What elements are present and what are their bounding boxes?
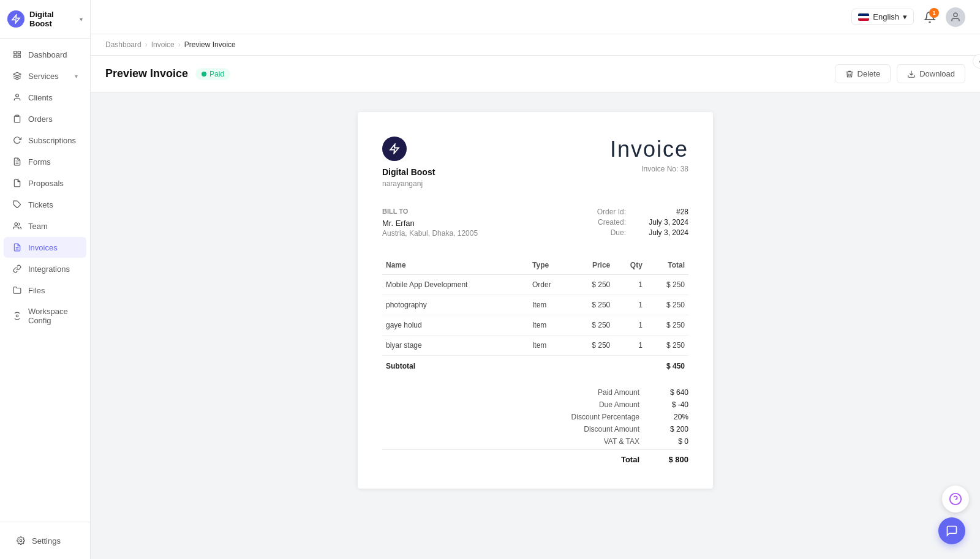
- svg-point-16: [954, 13, 957, 17]
- invoice-order-info: Order Id: #28 Created: July 3, 2024 Due:…: [597, 208, 688, 239]
- sidebar-label-settings: Settings: [32, 536, 61, 546]
- subtotal-label: Subtotal: [382, 356, 529, 377]
- users-icon: [12, 221, 22, 231]
- file-icon: [12, 178, 22, 188]
- svg-point-6: [16, 94, 19, 97]
- col-total: Total: [646, 256, 688, 275]
- row-type: Order: [529, 275, 571, 295]
- breadcrumb-invoice[interactable]: Invoice: [151, 40, 175, 49]
- discount-pct-label: Discount Percentage: [554, 413, 639, 421]
- sidebar-label-clients: Clients: [28, 93, 53, 102]
- language-selector[interactable]: English ▾: [851, 9, 914, 25]
- subtotal-row: Subtotal $ 450: [382, 356, 688, 377]
- vat-value: $ 0: [652, 437, 688, 446]
- sidebar-nav: Dashboard Services ▾ Clients: [0, 39, 90, 522]
- sidebar-item-integrations[interactable]: Integrations: [4, 258, 86, 279]
- svg-rect-7: [16, 115, 19, 116]
- col-name: Name: [382, 256, 529, 275]
- trash-icon: [845, 70, 854, 78]
- sidebar-label-proposals: Proposals: [28, 179, 64, 188]
- sidebar-item-clients[interactable]: Clients: [4, 87, 86, 108]
- sidebar-footer: Settings: [0, 522, 90, 559]
- order-id-label: Order Id:: [597, 208, 626, 216]
- invoice-title-area: Invoice Invoice No: 38: [610, 137, 688, 173]
- row-qty: 1: [614, 315, 646, 336]
- invoice-meta: Bill To Mr. Erfan Austria, Kabul, Dhaka,…: [382, 208, 688, 239]
- row-type: Item: [529, 336, 571, 356]
- sidebar-item-files[interactable]: Files: [4, 280, 86, 301]
- total-value: $ 800: [652, 455, 688, 464]
- sidebar-header: Digital Boost ▾: [0, 0, 90, 39]
- created-row: Created: July 3, 2024: [597, 218, 688, 227]
- created-label: Created:: [598, 218, 626, 227]
- svg-point-11: [15, 223, 18, 226]
- row-qty: 1: [614, 336, 646, 356]
- sidebar-item-forms[interactable]: Forms: [4, 151, 86, 172]
- due-amount-row: Due Amount $ -40: [382, 400, 688, 409]
- due-label: Due:: [611, 228, 626, 237]
- table-row: Mobile App Development Order $ 250 1 $ 2…: [382, 275, 688, 295]
- invoice-number: Invoice No: 38: [610, 165, 688, 173]
- table-row: photography Item $ 250 1 $ 250: [382, 295, 688, 315]
- status-dot: [202, 72, 206, 77]
- order-id-row: Order Id: #28: [597, 208, 688, 216]
- breadcrumb-sep-2: ›: [178, 40, 181, 49]
- paid-amount-row: Paid Amount $ 640: [382, 388, 688, 397]
- row-price: $ 250: [571, 315, 614, 336]
- sidebar-item-settings[interactable]: Settings: [7, 530, 83, 551]
- discount-amt-label: Discount Amount: [554, 425, 639, 433]
- sidebar-item-subscriptions[interactable]: Subscriptions: [4, 130, 86, 151]
- support-widget[interactable]: [942, 486, 969, 512]
- invoice-bill-to: Bill To Mr. Erfan Austria, Kabul, Dhaka,…: [382, 208, 478, 239]
- tag-icon: [12, 200, 22, 209]
- subtotal-value: $ 450: [646, 356, 688, 377]
- user-avatar[interactable]: [946, 7, 965, 27]
- header-actions: Delete Download: [835, 64, 965, 83]
- svg-rect-3: [18, 55, 20, 58]
- sidebar-item-tickets[interactable]: Tickets: [4, 194, 86, 215]
- notification-button[interactable]: 1: [924, 11, 936, 23]
- sidebar-collapse-button[interactable]: ‹: [973, 54, 980, 69]
- sidebar-label-integrations: Integrations: [28, 264, 70, 274]
- discount-pct-value: 20%: [652, 413, 688, 421]
- delete-button[interactable]: Delete: [835, 64, 891, 83]
- discount-amt-value: $ 200: [652, 425, 688, 433]
- row-total: $ 250: [646, 315, 688, 336]
- content-area: Digital Boost narayanganj Invoice Invoic…: [91, 92, 980, 559]
- table-header-row: Name Type Price Qty Total: [382, 256, 688, 275]
- sidebar-item-team[interactable]: Team: [4, 216, 86, 236]
- row-qty: 1: [614, 295, 646, 315]
- col-price: Price: [571, 256, 614, 275]
- download-label: Download: [919, 69, 955, 78]
- breadcrumb-dashboard[interactable]: Dashboard: [105, 40, 141, 49]
- svg-rect-1: [14, 51, 17, 54]
- sidebar-item-services[interactable]: Services ▾: [4, 66, 86, 86]
- invoice-company-name: Digital Boost: [382, 167, 435, 177]
- sidebar-label-orders: Orders: [28, 114, 53, 124]
- row-type: Item: [529, 315, 571, 336]
- sidebar-item-proposals[interactable]: Proposals: [4, 173, 86, 193]
- row-name: gaye holud: [382, 315, 529, 336]
- invoice-icon: [12, 242, 22, 252]
- brand-chevron-icon[interactable]: ▾: [80, 16, 83, 23]
- invoice-summary: Paid Amount $ 640 Due Amount $ -40 Disco…: [382, 388, 688, 464]
- total-row: Total $ 800: [382, 449, 688, 464]
- row-price: $ 250: [571, 295, 614, 315]
- sidebar-item-dashboard[interactable]: Dashboard: [4, 44, 86, 65]
- discount-amt-row: Discount Amount $ 200: [382, 425, 688, 433]
- download-button[interactable]: Download: [897, 64, 965, 83]
- sidebar-item-orders[interactable]: Orders: [4, 108, 86, 129]
- row-price: $ 250: [571, 275, 614, 295]
- row-name: biyar stage: [382, 336, 529, 356]
- table-row: biyar stage Item $ 250 1 $ 250: [382, 336, 688, 356]
- sidebar-label-tickets: Tickets: [28, 200, 53, 209]
- sidebar-item-workspace[interactable]: Workspace Config: [4, 301, 86, 331]
- status-badge: Paid: [195, 68, 230, 80]
- page-title-area: Preview Invoice Paid: [105, 67, 230, 80]
- sidebar-item-invoices[interactable]: Invoices: [4, 237, 86, 258]
- link-icon: [12, 264, 22, 274]
- chat-widget[interactable]: [938, 517, 965, 544]
- svg-rect-4: [14, 55, 17, 58]
- order-id-value: #28: [633, 208, 688, 216]
- breadcrumb-current: Preview Invoice: [184, 40, 236, 49]
